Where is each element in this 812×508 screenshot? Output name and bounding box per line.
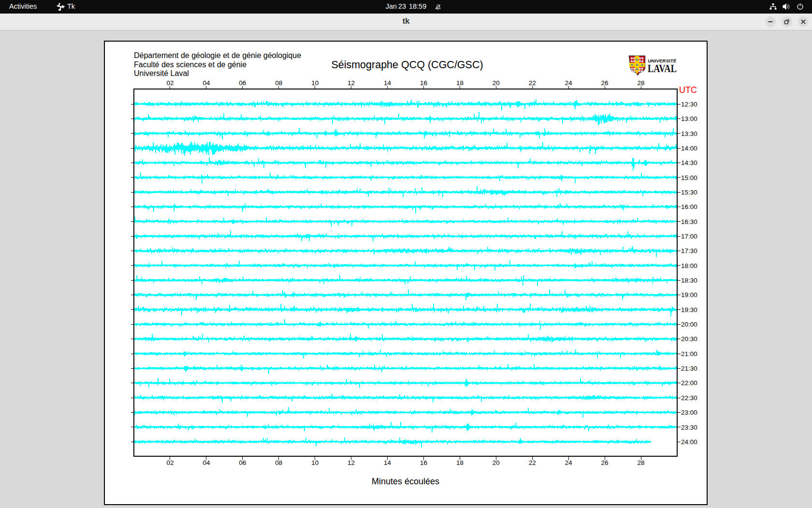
svg-text:04: 04 <box>203 459 210 466</box>
svg-text:02: 02 <box>166 79 174 87</box>
svg-text:06: 06 <box>239 459 246 466</box>
svg-text:20: 20 <box>493 79 500 87</box>
svg-text:12: 12 <box>348 459 355 466</box>
svg-text:26: 26 <box>601 79 609 87</box>
svg-text:Minutes écoulées: Minutes écoulées <box>372 477 439 486</box>
svg-text:16: 16 <box>420 459 427 466</box>
svg-text:18: 18 <box>456 79 464 87</box>
svg-text:14: 14 <box>384 459 392 466</box>
svg-text:12: 12 <box>348 79 355 87</box>
svg-text:10: 10 <box>311 79 319 87</box>
svg-text:17:00: 17:00 <box>681 233 697 240</box>
svg-text:14: 14 <box>384 79 392 87</box>
svg-text:UTC: UTC <box>679 85 697 95</box>
svg-text:13:00: 13:00 <box>681 115 697 122</box>
svg-text:08: 08 <box>275 79 282 87</box>
svg-text:20:30: 20:30 <box>681 335 697 343</box>
svg-text:12:30: 12:30 <box>681 101 697 108</box>
svg-text:20: 20 <box>493 459 500 466</box>
svg-text:24:00: 24:00 <box>681 438 697 446</box>
svg-text:22: 22 <box>529 79 536 87</box>
svg-text:24: 24 <box>565 79 573 87</box>
svg-text:23:00: 23:00 <box>681 409 697 416</box>
svg-text:24: 24 <box>565 459 573 466</box>
svg-text:21:30: 21:30 <box>681 365 697 372</box>
svg-text:19:30: 19:30 <box>681 306 697 314</box>
svg-text:14:00: 14:00 <box>681 145 697 152</box>
svg-text:19:00: 19:00 <box>681 291 697 299</box>
svg-text:18:00: 18:00 <box>681 262 697 269</box>
svg-text:20:00: 20:00 <box>681 321 697 328</box>
svg-text:13:30: 13:30 <box>681 130 697 137</box>
svg-text:16:00: 16:00 <box>681 203 697 210</box>
svg-text:18: 18 <box>456 459 464 466</box>
svg-text:14:30: 14:30 <box>681 159 697 166</box>
svg-text:22:30: 22:30 <box>681 394 697 402</box>
svg-text:10: 10 <box>311 459 319 466</box>
svg-text:21:00: 21:00 <box>681 350 697 358</box>
svg-text:16: 16 <box>420 79 427 87</box>
svg-text:02: 02 <box>166 459 174 466</box>
svg-text:18:30: 18:30 <box>681 277 697 284</box>
svg-text:28: 28 <box>638 79 645 87</box>
svg-text:28: 28 <box>638 459 645 466</box>
svg-text:04: 04 <box>203 79 210 87</box>
svg-text:15:00: 15:00 <box>681 174 697 181</box>
svg-text:17:30: 17:30 <box>681 247 697 254</box>
svg-text:22:00: 22:00 <box>681 379 697 387</box>
svg-text:06: 06 <box>239 79 246 87</box>
svg-text:23:30: 23:30 <box>681 424 697 431</box>
svg-text:08: 08 <box>275 459 282 466</box>
svg-text:15:30: 15:30 <box>681 189 697 196</box>
svg-text:16:30: 16:30 <box>681 218 697 225</box>
svg-text:22: 22 <box>529 459 536 466</box>
svg-text:26: 26 <box>601 459 609 466</box>
